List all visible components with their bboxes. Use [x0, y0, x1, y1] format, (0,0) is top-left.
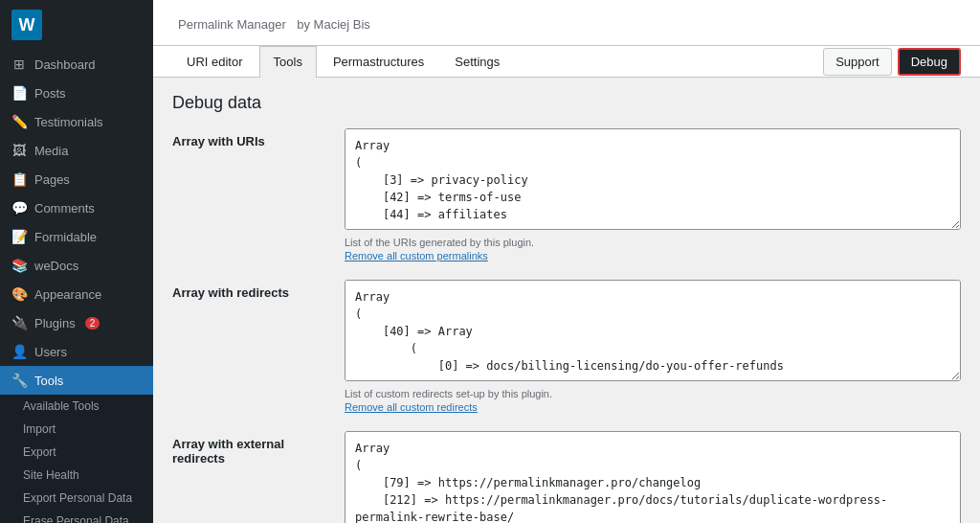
section-title: Debug data: [172, 93, 961, 113]
sidebar-item-label: Plugins: [34, 316, 76, 330]
tabs-right: SupportDebug: [823, 48, 961, 76]
sidebar-item-label: Posts: [34, 86, 66, 101]
tab-tools[interactable]: Tools: [259, 46, 317, 78]
wordpress-logo: W: [11, 10, 42, 40]
debug-textarea-array-uris[interactable]: Array ( [3] => privacy-policy [42] => te…: [345, 128, 961, 230]
title-subtitle: by Maciej Bis: [297, 17, 370, 32]
tabs-left: URI editorToolsPermastructuresSettings: [172, 46, 514, 77]
app-layout: W ⊞Dashboard📄Posts✏️Testimonials🖼Media📋P…: [0, 0, 980, 523]
badge-count: 2: [85, 317, 100, 330]
users-icon: 👤: [11, 344, 27, 359]
tab-permastructures[interactable]: Permastructures: [319, 46, 438, 77]
sidebar-item-label: Tools: [34, 374, 63, 388]
wedocs-icon: 📚: [11, 258, 27, 273]
sidebar-item-label: Testimonials: [34, 115, 103, 129]
debug-textarea-array-external-redirects[interactable]: Array ( [79] => https://permalinkmanager…: [345, 431, 961, 523]
sidebar-subitem-erase-personal[interactable]: Erase Personal Data: [0, 510, 153, 523]
sidebar-subitem-export[interactable]: Export: [0, 441, 153, 464]
sidebar-item-users[interactable]: 👤Users: [0, 337, 153, 366]
sidebar-item-tools[interactable]: 🔧Tools: [0, 366, 153, 395]
comments-icon: 💬: [11, 200, 27, 216]
media-icon: 🖼: [11, 143, 27, 158]
sidebar-item-posts[interactable]: 📄Posts: [0, 79, 153, 107]
debug-content-array-redirects: Array ( [40] => Array ( [0] => docs/bill…: [345, 280, 961, 414]
sidebar-item-formidable[interactable]: 📝Formidable: [0, 222, 153, 251]
plugins-icon: 🔌: [11, 315, 27, 330]
sidebar-item-testimonials[interactable]: ✏️Testimonials: [0, 107, 153, 136]
debug-row-array-redirects: Array with redirects Array ( [40] => Arr…: [172, 280, 961, 414]
topbar: Permalink Manager by Maciej Bis: [153, 0, 980, 46]
tools-icon: 🔧: [11, 373, 27, 388]
posts-icon: 📄: [11, 85, 27, 101]
sidebar-item-wedocs[interactable]: 📚weDocs: [0, 251, 153, 280]
sidebar-item-label: Formidable: [34, 230, 97, 244]
btn-debug[interactable]: Debug: [898, 48, 961, 76]
sidebar-item-label: Users: [34, 345, 67, 359]
page-title: Permalink Manager by Maciej Bis: [172, 11, 370, 34]
sidebar-submenu-tools: Available ToolsImportExportSite HealthEx…: [0, 395, 153, 523]
debug-label-array-redirects: Array with redirects: [172, 280, 325, 300]
title-text: Permalink Manager: [178, 17, 286, 32]
tab-uri-editor[interactable]: URI editor: [172, 46, 257, 77]
dashboard-icon: ⊞: [11, 57, 27, 72]
sidebar-item-label: Media: [34, 144, 68, 158]
sidebar-nav: ⊞Dashboard📄Posts✏️Testimonials🖼Media📋Pag…: [0, 50, 153, 523]
debug-content-array-external-redirects: Array ( [79] => https://permalinkmanager…: [345, 431, 961, 523]
debug-label-array-uris: Array with URIs: [172, 128, 325, 148]
tab-settings[interactable]: Settings: [440, 46, 514, 77]
pages-icon: 📋: [11, 171, 27, 187]
formidable-icon: 📝: [11, 229, 27, 244]
debug-note: List of custom redirects set-up by this …: [345, 388, 961, 399]
debug-content: Debug data Array with URIs Array ( [3] =…: [153, 78, 980, 523]
btn-support[interactable]: Support: [823, 48, 892, 76]
sidebar: W ⊞Dashboard📄Posts✏️Testimonials🖼Media📋P…: [0, 0, 153, 523]
sidebar-subitem-available-tools[interactable]: Available Tools: [0, 395, 153, 418]
sidebar-logo: W: [0, 0, 153, 50]
sidebar-item-media[interactable]: 🖼Media: [0, 136, 153, 165]
tabs-bar: URI editorToolsPermastructuresSettings S…: [153, 46, 980, 78]
debug-content-array-uris: Array ( [3] => privacy-policy [42] => te…: [345, 128, 961, 262]
debug-rows: Array with URIs Array ( [3] => privacy-p…: [172, 128, 961, 523]
sidebar-subitem-site-health[interactable]: Site Health: [0, 464, 153, 487]
sidebar-item-label: Appearance: [34, 287, 101, 302]
main-content: Permalink Manager by Maciej Bis URI edit…: [153, 0, 980, 523]
testimonials-icon: ✏️: [11, 114, 27, 129]
sidebar-item-label: Pages: [34, 172, 70, 187]
debug-link-array-redirects[interactable]: Remove all custom redirects: [345, 401, 478, 413]
sidebar-item-label: Dashboard: [34, 57, 96, 72]
sidebar-item-appearance[interactable]: 🎨Appearance: [0, 280, 153, 308]
debug-row-array-uris: Array with URIs Array ( [3] => privacy-p…: [172, 128, 961, 262]
debug-row-array-external-redirects: Array with external redirects Array ( [7…: [172, 431, 961, 523]
debug-note: List of the URIs generated by this plugi…: [345, 237, 961, 248]
appearance-icon: 🎨: [11, 286, 27, 302]
debug-textarea-array-redirects[interactable]: Array ( [40] => Array ( [0] => docs/bill…: [345, 280, 961, 381]
sidebar-item-label: weDocs: [34, 259, 78, 273]
sidebar-item-label: Comments: [34, 201, 95, 216]
sidebar-item-comments[interactable]: 💬Comments: [0, 193, 153, 222]
sidebar-subitem-import[interactable]: Import: [0, 418, 153, 441]
debug-link-array-uris[interactable]: Remove all custom permalinks: [345, 250, 488, 262]
debug-label-array-external-redirects: Array with external redirects: [172, 431, 325, 466]
sidebar-item-dashboard[interactable]: ⊞Dashboard: [0, 50, 153, 79]
sidebar-item-plugins[interactable]: 🔌Plugins2: [0, 308, 153, 337]
sidebar-subitem-export-personal[interactable]: Export Personal Data: [0, 487, 153, 510]
sidebar-item-pages[interactable]: 📋Pages: [0, 165, 153, 193]
